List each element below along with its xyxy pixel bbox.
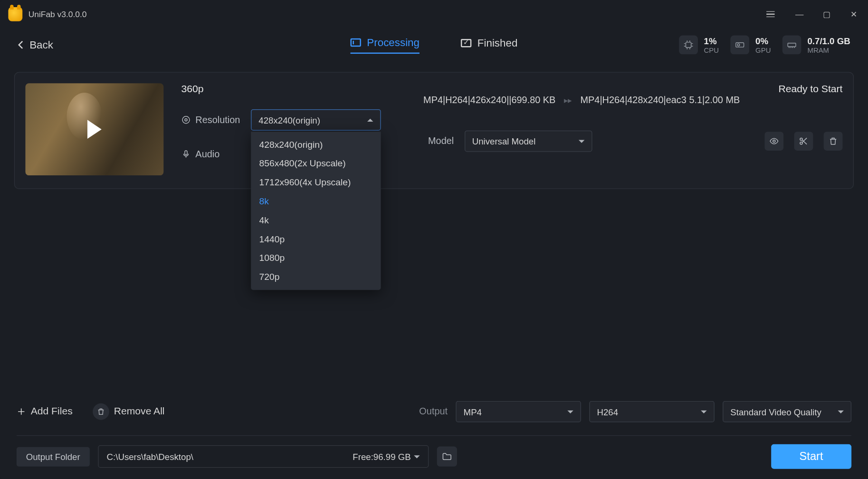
- scissors-icon: [799, 136, 809, 146]
- task-status-group: Ready to Start: [778, 83, 842, 117]
- footer: Output Folder C:\Users\fab\Desktop\ Free…: [0, 436, 868, 479]
- stat-cpu: 1% CPU: [679, 36, 719, 55]
- add-files-label: Add Files: [31, 406, 73, 418]
- encoder-value: H264: [597, 407, 618, 417]
- encoder-select[interactable]: H264: [589, 401, 714, 422]
- titlebar: UniFab v3.0.0.0 — ▢ ✕: [0, 0, 868, 29]
- ram-value: 0.7/1.0 GB: [807, 36, 850, 46]
- trash-icon: [93, 403, 109, 420]
- task-actions: [764, 132, 842, 151]
- delete-button[interactable]: [824, 132, 843, 151]
- resolution-option[interactable]: 8k: [251, 192, 381, 211]
- svg-rect-3: [788, 43, 796, 47]
- start-button[interactable]: Start: [771, 444, 851, 469]
- model-value: Universal Model: [472, 136, 536, 146]
- quality-value: Standard Video Quality: [730, 407, 821, 417]
- window-controls: — ▢ ✕: [766, 10, 859, 19]
- tab-label: Processing: [367, 36, 420, 48]
- task-card: 360p Resolution 428x240(origin) Audio: [14, 72, 854, 189]
- chevron-down-icon: [838, 410, 844, 413]
- quality-select[interactable]: Standard Video Quality: [723, 401, 851, 422]
- resolution-option[interactable]: 720p: [251, 268, 381, 287]
- app-title: UniFab v3.0.0.0: [29, 10, 87, 19]
- chevron-up-icon: [367, 118, 373, 121]
- header-row: Back Processing Finished 1% CPU: [0, 29, 868, 62]
- output-path-input[interactable]: C:\Users\fab\Desktop\ Free:96.99 GB: [98, 445, 429, 468]
- arrow-right-icon: ▸▸: [564, 96, 572, 105]
- chevron-down-icon: [567, 410, 573, 413]
- resolution-option[interactable]: 1080p: [251, 249, 381, 268]
- gpu-label: GPU: [755, 46, 771, 54]
- preview-button[interactable]: [764, 132, 783, 151]
- format-conversion: MP4|H264|426x240||699.80 KB ▸▸ MP4|H264|…: [423, 83, 842, 117]
- chevron-down-icon: [414, 455, 420, 458]
- minimize-button[interactable]: —: [793, 10, 805, 19]
- finished-icon: [461, 39, 471, 47]
- resolution-select[interactable]: 428x240(origin): [251, 109, 381, 131]
- trash-icon: [829, 136, 838, 146]
- folder-icon: [441, 451, 452, 461]
- output-format-select[interactable]: MP4: [456, 401, 581, 422]
- svg-point-4: [182, 116, 190, 124]
- resolution-option[interactable]: 856x480(2x Upscale): [251, 154, 381, 173]
- cpu-label: CPU: [704, 46, 719, 54]
- resolution-dropdown[interactable]: 428x240(origin)856x480(2x Upscale)1712x9…: [251, 132, 381, 290]
- plus-icon: [17, 407, 26, 416]
- add-files-button[interactable]: Add Files: [17, 406, 73, 418]
- task-title: 360p: [181, 83, 406, 95]
- remove-all-label: Remove All: [114, 406, 165, 418]
- task-status: Ready to Start: [778, 83, 842, 95]
- resolution-option[interactable]: 1712x960(4x Upscale): [251, 173, 381, 192]
- app-window: UniFab v3.0.0.0 — ▢ ✕ Back Processing Fi…: [0, 0, 868, 479]
- svg-point-8: [800, 138, 802, 140]
- resource-stats: 1% CPU 0% GPU 0.7/1.0 GB MRAM: [679, 36, 850, 55]
- tabs: Processing Finished: [351, 36, 518, 53]
- content-area: 360p Resolution 428x240(origin) Audio: [0, 61, 868, 395]
- resolution-option[interactable]: 1440p: [251, 230, 381, 249]
- svg-point-5: [185, 119, 187, 121]
- menu-icon[interactable]: [766, 11, 778, 17]
- close-button[interactable]: ✕: [848, 10, 860, 19]
- back-label: Back: [29, 38, 53, 51]
- stat-ram: 0.7/1.0 GB MRAM: [782, 36, 850, 55]
- chevron-left-icon: [18, 40, 23, 50]
- browse-folder-button[interactable]: [437, 447, 457, 467]
- ram-icon: [782, 36, 801, 55]
- cpu-value: 1%: [704, 36, 719, 46]
- cpu-icon: [679, 36, 698, 55]
- resolution-label: Resolution: [181, 115, 240, 125]
- audio-label: Audio: [181, 149, 240, 159]
- target-format: MP4|H264|428x240|eac3 5.1|2.00 MB: [581, 95, 740, 105]
- output-label: Output: [419, 406, 448, 417]
- resolution-value: 428x240(origin): [258, 115, 320, 125]
- ram-label: MRAM: [807, 46, 850, 54]
- tab-finished[interactable]: Finished: [461, 36, 517, 53]
- back-button[interactable]: Back: [18, 38, 53, 51]
- resolution-icon: [181, 115, 191, 125]
- resolution-option[interactable]: 4k: [251, 211, 381, 230]
- gpu-value: 0%: [755, 36, 771, 46]
- maximize-button[interactable]: ▢: [820, 10, 832, 19]
- video-thumbnail[interactable]: [25, 83, 163, 175]
- output-path-value: C:\Users\fab\Desktop\: [107, 451, 193, 461]
- tab-label: Finished: [477, 37, 518, 49]
- svg-point-7: [773, 140, 775, 143]
- svg-point-9: [800, 142, 802, 144]
- chevron-down-icon: [578, 140, 584, 143]
- svg-rect-0: [686, 42, 691, 48]
- free-space: Free:96.99 GB: [353, 451, 420, 461]
- tab-processing[interactable]: Processing: [351, 36, 420, 53]
- stat-gpu: 0% GPU: [731, 36, 771, 55]
- svg-point-2: [738, 44, 740, 46]
- source-format: MP4|H264|426x240||699.80 KB: [423, 95, 555, 105]
- gpu-icon: [731, 36, 750, 55]
- play-icon: [87, 120, 102, 139]
- trim-button[interactable]: [794, 132, 813, 151]
- svg-rect-6: [185, 151, 187, 155]
- remove-all-button[interactable]: Remove All: [93, 403, 165, 420]
- model-row: Model Universal Model: [423, 131, 842, 152]
- output-folder-button[interactable]: Output Folder: [17, 447, 90, 466]
- resolution-option[interactable]: 428x240(origin): [251, 135, 381, 154]
- processing-icon: [351, 38, 361, 47]
- model-select[interactable]: Universal Model: [465, 131, 592, 152]
